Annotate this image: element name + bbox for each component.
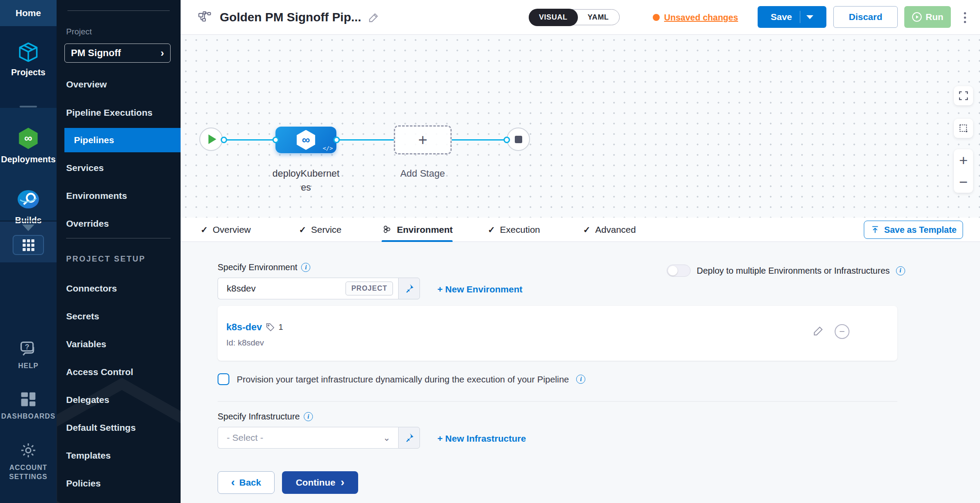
- module-rail: Home Projects ∞ Deployments: [0, 0, 57, 503]
- help-chat-icon: ?: [19, 340, 38, 358]
- visual-yaml-toggle[interactable]: VISUAL YAML: [529, 9, 620, 25]
- project-selector[interactable]: PM Signoff ›: [64, 44, 171, 63]
- save-split-divider: [800, 11, 800, 23]
- rail-collapse-control[interactable]: [0, 225, 57, 231]
- sidenav-item-overview[interactable]: Overview: [57, 72, 181, 97]
- sidenav-item-connectors[interactable]: Connectors: [57, 276, 181, 301]
- sidenav-divider: [66, 238, 171, 238]
- stage-node-deploy-kubernetes[interactable]: ∞ </>: [275, 127, 336, 153]
- rail-item-apps[interactable]: [0, 235, 57, 255]
- tab-overview[interactable]: ✓ Overview: [201, 218, 251, 242]
- rail-item-home[interactable]: Home: [0, 0, 57, 26]
- pin-icon: [404, 433, 414, 443]
- save-as-template-label: Save as Template: [884, 225, 957, 235]
- mode-yaml[interactable]: YAML: [577, 9, 619, 25]
- check-icon: ✓: [583, 225, 591, 235]
- sidenav-item-services[interactable]: Services: [57, 156, 181, 180]
- continue-button[interactable]: Continue ›: [282, 471, 358, 494]
- rail-item-projects[interactable]: Projects: [0, 41, 57, 77]
- edit-environment-button[interactable]: [813, 325, 824, 336]
- back-button[interactable]: ‹ Back: [218, 471, 275, 494]
- unsaved-changes[interactable]: Unsaved changes: [653, 0, 738, 35]
- discard-button[interactable]: Discard: [833, 6, 898, 28]
- pin-infrastructure-button[interactable]: [398, 427, 420, 449]
- tag-icon: [265, 322, 275, 332]
- info-icon[interactable]: i: [576, 375, 585, 384]
- new-environment-link[interactable]: + New Environment: [437, 284, 522, 295]
- run-button[interactable]: Run: [904, 6, 951, 28]
- sidenav-item-label: Overview: [66, 79, 107, 90]
- rail-item-dashboards[interactable]: DASHBOARDS: [0, 391, 57, 421]
- rail-item-help[interactable]: ? HELP: [0, 340, 57, 371]
- chevron-down-icon: ⌄: [383, 433, 390, 443]
- rail-item-account-settings[interactable]: ACCOUNT SETTINGS: [0, 441, 57, 482]
- select-region-button[interactable]: [954, 119, 973, 138]
- fullscreen-button[interactable]: [954, 86, 973, 105]
- environment-name-link[interactable]: k8s-dev: [226, 322, 262, 333]
- new-infrastructure-link[interactable]: + New Infrastructure: [437, 433, 526, 444]
- environment-input[interactable]: [227, 283, 346, 294]
- sidenav-item-pipeline-executions[interactable]: Pipeline Executions: [57, 101, 181, 125]
- tag-count: 1: [279, 322, 283, 332]
- zoom-controls: + −: [954, 149, 973, 193]
- continue-label: Continue: [296, 477, 336, 488]
- save-button[interactable]: Save: [758, 6, 826, 28]
- zoom-out-icon[interactable]: −: [959, 175, 968, 189]
- project-sidenav: Project PM Signoff › Overview Pipeline E…: [57, 0, 181, 503]
- run-label: Run: [926, 12, 943, 22]
- edge-addstage-to-end: [452, 139, 510, 141]
- save-as-template-button[interactable]: Save as Template: [864, 221, 963, 239]
- sidenav-item-overrides[interactable]: Overrides: [57, 211, 181, 236]
- add-stage-button[interactable]: +: [394, 125, 452, 154]
- upload-icon: [870, 225, 880, 235]
- stop-square-icon: [515, 136, 522, 143]
- environment-tab-content: Specify Environment i Deploy to multiple…: [181, 242, 980, 503]
- project-setup-header: PROJECT SETUP: [66, 255, 146, 264]
- dashboards-label: DASHBOARDS: [1, 412, 56, 421]
- minus-icon: −: [839, 326, 845, 337]
- sidenav-item-secrets[interactable]: Secrets: [57, 304, 181, 329]
- sidenav-item-environments[interactable]: Environments: [57, 184, 181, 208]
- mode-visual[interactable]: VISUAL: [529, 9, 578, 26]
- tab-environment[interactable]: Environment: [382, 218, 453, 242]
- environment-input-group: PROJECT: [218, 278, 420, 299]
- zoom-in-icon[interactable]: +: [959, 154, 968, 167]
- pin-environment-button[interactable]: [398, 278, 420, 299]
- edit-pencil-icon[interactable]: [368, 12, 379, 23]
- info-icon[interactable]: i: [304, 412, 313, 421]
- account-settings-label: ACCOUNT SETTINGS: [3, 463, 54, 482]
- sidenav-item-label: Pipelines: [74, 135, 114, 145]
- environment-card[interactable]: k8s-dev 1 Id: k8sdev −: [218, 306, 897, 361]
- multi-deploy-toggle[interactable]: [667, 265, 691, 277]
- tab-execution[interactable]: ✓ Execution: [488, 218, 540, 242]
- discard-label: Discard: [849, 12, 882, 22]
- tab-advanced[interactable]: ✓ Advanced: [583, 218, 636, 242]
- chevron-left-icon: ‹: [231, 476, 235, 488]
- more-options-kebab-icon[interactable]: [960, 10, 970, 25]
- pipeline-header: Golden PM Signoff Pip... VISUAL YAML Uns…: [181, 0, 980, 35]
- provision-checkbox[interactable]: [218, 373, 229, 385]
- chevron-down-icon[interactable]: [806, 15, 813, 19]
- provision-label: Provision your target infrastructure dyn…: [237, 374, 569, 385]
- info-icon[interactable]: i: [301, 263, 310, 272]
- info-icon[interactable]: i: [896, 266, 905, 275]
- page-title: Golden PM Signoff Pip...: [220, 10, 361, 24]
- infrastructure-select[interactable]: - Select - ⌄: [218, 427, 398, 449]
- sidenav-item-label: Overrides: [66, 218, 109, 229]
- unsaved-dot-icon: [653, 14, 660, 21]
- rail-item-deployments[interactable]: ∞ Deployments: [0, 126, 57, 164]
- check-icon: ✓: [201, 225, 208, 235]
- scope-badge: PROJECT: [346, 282, 393, 295]
- pipeline-start-node[interactable]: [199, 127, 223, 151]
- sidenav-item-label: Secrets: [66, 311, 99, 322]
- pipeline-canvas[interactable]: ∞ </> + deployKubernetes Add Stage: [181, 35, 980, 218]
- pipeline-end-node[interactable]: [507, 127, 530, 151]
- remove-environment-button[interactable]: −: [835, 324, 849, 339]
- check-icon: ✓: [299, 225, 306, 235]
- tab-label: Advanced: [595, 225, 636, 235]
- sidenav-item-variables[interactable]: Variables: [57, 332, 181, 356]
- sidenav-item-pipelines[interactable]: Pipelines: [64, 128, 181, 152]
- tab-service[interactable]: ✓ Service: [299, 218, 342, 242]
- rail-item-builds[interactable]: Builds: [0, 187, 57, 225]
- save-label: Save: [771, 12, 792, 22]
